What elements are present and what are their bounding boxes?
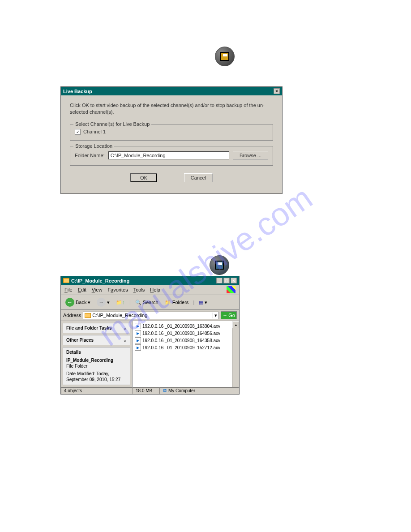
file-folder-tasks[interactable]: File and Folder Tasks ⌄ [63, 323, 130, 333]
menu-view[interactable]: View [92, 287, 103, 292]
channel-fieldset: Select Channel(s) for Live Backup ✓ Chan… [70, 124, 273, 141]
details-modified: Date Modified: Today, September 09, 2010… [66, 371, 127, 382]
address-dropdown[interactable]: ▾ [213, 313, 217, 318]
windows-flag-icon [227, 286, 235, 293]
list-item[interactable]: ▶ 192.0.0.16 _01_20100908_164056.axv [134, 330, 238, 337]
cancel-button[interactable]: Cancel [184, 173, 213, 182]
forward-icon: → [97, 298, 106, 307]
address-label: Address [63, 313, 81, 318]
other-places[interactable]: Other Places ⌄ [63, 335, 130, 345]
close-button[interactable]: × [231, 278, 237, 283]
status-location: 🖥 My Computer [159, 387, 239, 394]
explorer-body: File and Folder Tasks ⌄ Other Places ⌄ D… [61, 321, 239, 387]
chevron-down-icon: ⌄ [123, 326, 127, 330]
menu-file[interactable]: File [64, 287, 73, 292]
status-size: 18.0 MB [133, 387, 159, 394]
channel-legend: Select Channel(s) for Live Backup [73, 121, 151, 127]
details-type: File Folder [66, 363, 127, 369]
save-icon [215, 47, 235, 66]
folder-input[interactable]: C:\IP_Module_Recording [108, 151, 229, 159]
vertical-scrollbar[interactable]: ▴ [232, 321, 239, 387]
storage-fieldset: Storage Location Folder Name: C:\IP_Modu… [70, 146, 273, 166]
list-item[interactable]: ▶ 192.0.0.16 _01_20100908_164358.axv [134, 337, 238, 344]
menu-help[interactable]: Help [150, 287, 160, 292]
folders-button[interactable]: 📁 Folders [163, 299, 191, 306]
chevron-down-icon: ⌄ [123, 338, 127, 343]
details-name: IP_Module_Recording [66, 357, 127, 363]
maximize-button[interactable]: □ [223, 278, 230, 283]
dialog-titlebar: Live Backup × [61, 87, 282, 95]
file-icon: ▶ [135, 330, 141, 336]
file-icon: ▶ [135, 323, 141, 329]
scroll-up-button[interactable]: ▴ [232, 321, 239, 328]
folder-icon [85, 313, 91, 318]
browse-button[interactable]: Browse ... [233, 151, 268, 160]
menu-tools[interactable]: Tools [133, 287, 145, 292]
channel1-label: Channel 1 [83, 129, 106, 134]
minimize-button[interactable]: _ [216, 278, 223, 283]
computer-icon: 🖥 [163, 388, 167, 393]
file-list: ▴ ▶ 192.0.0.16 _01_20100908_163304.axv ▶… [133, 321, 239, 387]
search-button[interactable]: 🔍 Search [133, 299, 160, 306]
close-button[interactable]: × [274, 88, 280, 94]
storage-legend: Storage Location [73, 143, 114, 149]
dialog-body: Click OK to start video backup of the se… [61, 95, 282, 193]
side-panel: File and Folder Tasks ⌄ Other Places ⌄ D… [61, 321, 133, 387]
list-item[interactable]: ▶ 192.0.0.16 _01_20100909_152712.axv [134, 344, 238, 351]
details-box: Details IP_Module_Recording File Folder … [63, 347, 130, 385]
explorer-title-text: C:\IP_Module_Recording [71, 278, 129, 283]
back-button[interactable]: ← Back ▾ [64, 297, 92, 308]
folder-label: Folder Name: [75, 153, 105, 158]
search-icon: 🔍 [135, 300, 141, 305]
up-icon: 📁↑ [116, 300, 125, 305]
file-icon: ▶ [135, 337, 141, 343]
explorer-titlebar: C:\IP_Module_Recording _ □ × [61, 276, 239, 285]
explorer-window: C:\IP_Module_Recording _ □ × File Edit V… [60, 276, 240, 395]
toolbar: ← Back ▾ → ▾ 📁↑ | 🔍 Search 📁 Folders | ▦… [61, 295, 239, 310]
dialog-instruction: Click OK to start video backup of the se… [70, 102, 273, 116]
go-icon: → [223, 313, 227, 318]
up-button[interactable]: 📁↑ [114, 299, 127, 306]
menu-bar: File Edit View Favorites Tools Help [61, 285, 239, 295]
views-icon: ▦ [199, 300, 203, 305]
status-objects: 4 objects [61, 387, 133, 394]
ok-button[interactable]: OK [130, 173, 157, 182]
status-bar: 4 objects 18.0 MB 🖥 My Computer [61, 387, 239, 394]
views-button[interactable]: ▦ ▾ [197, 299, 209, 306]
menu-edit[interactable]: Edit [78, 287, 86, 292]
back-icon: ← [65, 298, 74, 307]
folder-icon [63, 278, 69, 283]
menu-favorites[interactable]: Favorites [107, 287, 128, 292]
go-button[interactable]: → Go [221, 311, 237, 319]
list-item[interactable]: ▶ 192.0.0.16 _01_20100908_163304.axv [134, 322, 238, 330]
save-icon [210, 255, 229, 275]
file-icon: ▶ [135, 344, 141, 351]
folders-icon: 📁 [165, 300, 171, 305]
address-input[interactable]: C:\IP_Module_Recording ▾ [83, 312, 219, 319]
channel1-checkbox[interactable]: ✓ [75, 129, 81, 135]
dialog-title-text: Live Backup [63, 89, 92, 94]
address-bar: Address C:\IP_Module_Recording ▾ → Go [61, 310, 239, 321]
live-backup-dialog: Live Backup × Click OK to start video ba… [60, 86, 283, 194]
forward-button[interactable]: → ▾ [95, 297, 111, 308]
